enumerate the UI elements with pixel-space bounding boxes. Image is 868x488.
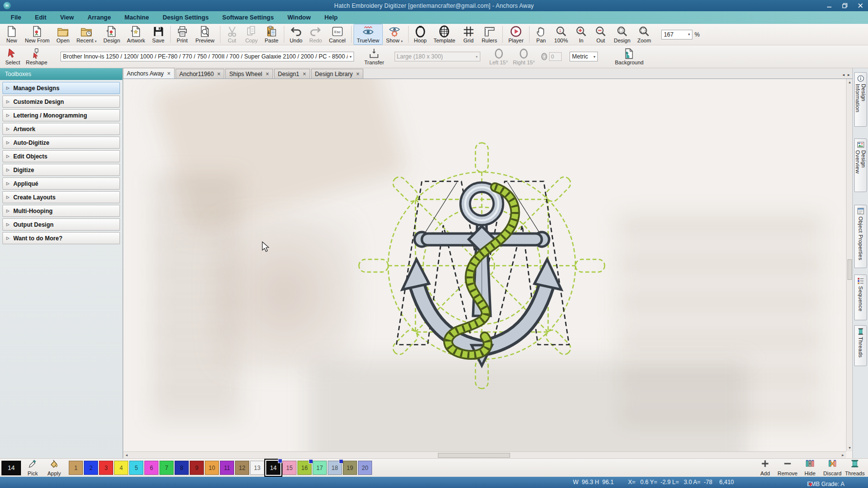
toolbar-undo-button[interactable]: Undo — [286, 24, 306, 45]
close-icon[interactable]: × — [266, 72, 269, 77]
palette-hide-button[interactable]: Hide — [799, 459, 821, 477]
toolbox-item-artwork[interactable]: ▷ Artwork — [2, 123, 120, 135]
color-swatch-8[interactable]: 8 — [175, 461, 189, 475]
reshape-tool-button[interactable]: Reshape — [23, 47, 50, 66]
toolbox-item-edit-objects[interactable]: ▷ Edit Objects — [2, 150, 120, 162]
menu-design-settings[interactable]: Design Settings — [156, 11, 215, 24]
toolbar-open-button[interactable]: Open — [53, 24, 73, 45]
minimize-button[interactable] — [821, 0, 837, 11]
color-swatch-6[interactable]: 6 — [144, 461, 158, 475]
toolbar-template-button[interactable]: Template — [430, 24, 459, 45]
color-swatch-3[interactable]: 3 — [99, 461, 113, 475]
menu-edit[interactable]: Edit — [28, 11, 54, 24]
color-swatch-17[interactable]: 17 — [313, 461, 327, 475]
color-swatch-19[interactable]: 19 — [343, 461, 357, 475]
menu-file[interactable]: File — [4, 11, 28, 24]
document-tab-anchors-away[interactable]: Anchors Away × — [123, 68, 175, 78]
palette-threads-button[interactable]: Threads — [844, 459, 866, 477]
document-tab-design-library[interactable]: Design Library × — [311, 69, 363, 78]
color-swatch-2[interactable]: 2 — [84, 461, 98, 475]
toolbar-show-button[interactable]: Show ▾ — [383, 24, 406, 45]
color-swatch-10[interactable]: 10 — [205, 461, 219, 475]
panel-tab-object-properties[interactable]: Object Properties — [854, 205, 867, 268]
color-swatch-9[interactable]: 9 — [190, 461, 204, 475]
toolbar-zoom-100-button[interactable]: 1 100% — [551, 24, 572, 45]
units-combo[interactable]: Metric ▾ — [570, 52, 598, 61]
color-swatch-4[interactable]: 4 — [114, 461, 128, 475]
color-swatch-13[interactable]: 13 — [250, 461, 264, 475]
menu-software-settings[interactable]: Software Settings — [216, 11, 281, 24]
color-swatch-1[interactable]: 1 — [69, 461, 83, 475]
pick-color-button[interactable]: Pick — [23, 459, 42, 477]
close-icon[interactable]: × — [303, 72, 306, 77]
toolbar-zoom-design-button[interactable]: Design — [611, 24, 634, 45]
menu-view[interactable]: View — [53, 11, 80, 24]
horizontal-scrollbar[interactable]: ◄ ► — [123, 451, 846, 458]
toolbar-pan-button[interactable]: Pan — [532, 24, 551, 45]
background-button[interactable]: Background — [612, 47, 646, 66]
toolbar-paste-button[interactable]: Paste — [261, 24, 282, 45]
toolbar-print-button[interactable]: Print — [173, 24, 192, 45]
toolbar-grid-button[interactable]: Grid — [459, 24, 478, 45]
close-icon[interactable]: × — [356, 72, 359, 77]
scroll-right-icon[interactable]: ► — [841, 452, 845, 458]
restore-button[interactable] — [837, 0, 852, 11]
design-canvas[interactable]: ◄ ► ▲ ▼ — [123, 79, 852, 458]
scroll-down-icon[interactable]: ▼ — [848, 445, 851, 451]
horizontal-scroll-thumb[interactable] — [438, 453, 510, 458]
color-swatch-15[interactable]: 15 — [282, 461, 296, 475]
toolbar-zoom-box-button[interactable]: Zoom — [634, 24, 654, 45]
document-tab-design1[interactable]: Design1 × — [274, 69, 310, 78]
vertical-scroll-thumb[interactable] — [848, 259, 852, 280]
document-tab-ships-wheel[interactable]: Ships Wheel × — [225, 69, 273, 78]
tab-scroll-left-icon[interactable]: ◄ — [842, 73, 845, 77]
toolbar-artwork-button[interactable]: Artwork — [123, 24, 148, 45]
toolbox-item-want-to-do-more[interactable]: ▷ Want to do More? — [2, 232, 120, 244]
menu-arrange[interactable]: Arrange — [80, 11, 118, 24]
toolbox-item-auto-digitize[interactable]: ▷ Auto-Digitize — [2, 137, 120, 149]
color-swatch-11[interactable]: 11 — [220, 461, 234, 475]
palette-add-button[interactable]: Add — [754, 459, 776, 477]
apply-color-button[interactable]: Apply — [44, 459, 64, 477]
toolbar-hoop-button[interactable]: Hoop — [411, 24, 430, 45]
color-swatch-14[interactable]: 14 — [265, 460, 281, 476]
menu-window[interactable]: Window — [280, 11, 317, 24]
toolbar-recent-button[interactable]: Recent ▾ — [73, 24, 100, 45]
toolbox-item-manage-designs[interactable]: ▷ Manage Designs — [2, 82, 120, 94]
color-swatch-20[interactable]: 20 — [358, 461, 372, 475]
color-swatch-16[interactable]: 16 — [297, 461, 312, 475]
toolbar-rulers-button[interactable]: Rulers — [478, 24, 501, 45]
select-tool-button[interactable]: Select — [2, 47, 23, 66]
color-swatch-18[interactable]: 18 — [328, 461, 342, 475]
toolbox-item-customize-design[interactable]: ▷ Customize Design — [2, 96, 120, 108]
toolbar-trueview-button[interactable]: TrueView — [354, 24, 383, 45]
toolbox-item-digitize[interactable]: ▷ Digitize — [2, 164, 120, 176]
color-swatch-5[interactable]: 5 — [129, 461, 143, 475]
panel-tab-design-overview[interactable]: Design Overview — [854, 138, 867, 192]
panel-tab-design-information[interactable]: Design Information — [854, 72, 867, 127]
transfer-button[interactable]: Transfer — [362, 47, 387, 66]
panel-tab-threads[interactable]: Threads — [854, 325, 867, 366]
toolbar-new-button[interactable]: New — [2, 24, 21, 45]
toolbar-zoom-out-button[interactable]: Out — [591, 24, 611, 45]
color-swatch-7[interactable]: 7 — [159, 461, 174, 475]
vertical-scrollbar[interactable]: ▲ ▼ — [846, 79, 852, 451]
toolbox-item-create-layouts[interactable]: ▷ Create Layouts — [2, 191, 120, 203]
tab-scroll-right-icon[interactable]: ► — [847, 73, 850, 77]
machine-select-combo[interactable]: Brother Innov-is 1250 / 1200/ 1000 / PE-… — [60, 52, 354, 61]
color-swatch-12[interactable]: 12 — [235, 461, 249, 475]
menu-help[interactable]: Help — [317, 11, 344, 24]
zoom-level-combo[interactable]: 167 ▾ — [661, 30, 692, 39]
toolbox-item-output-design[interactable]: ▷ Output Design — [2, 218, 120, 231]
toolbar-new-from-button[interactable]: New From — [21, 24, 53, 45]
panel-tab-sequence[interactable]: Sequence — [854, 274, 867, 320]
toolbar-preview-button[interactable]: Preview — [192, 24, 218, 45]
toolbox-item-multi-hooping[interactable]: ▷ Multi-Hooping — [2, 205, 120, 217]
document-tab-anchor11960[interactable]: Anchor11960 × — [176, 69, 225, 78]
close-icon[interactable]: × — [167, 71, 171, 76]
scroll-left-icon[interactable]: ◄ — [125, 452, 128, 458]
toolbar-cancel-button[interactable]: Esc Cancel — [325, 24, 349, 45]
palette-remove-button[interactable]: Remove — [776, 459, 799, 477]
toolbar-zoom-in-button[interactable]: In — [572, 24, 591, 45]
palette-discard-button[interactable]: Discard — [821, 459, 844, 477]
